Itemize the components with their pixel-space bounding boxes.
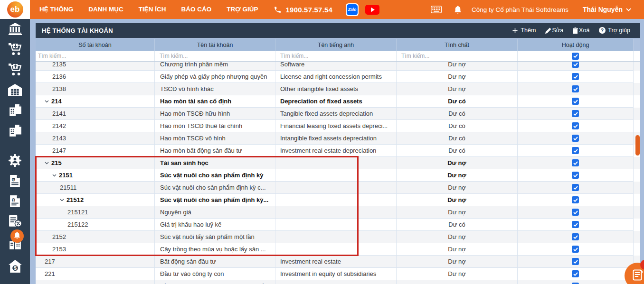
active-checkbox[interactable] xyxy=(572,98,579,105)
account-row-2147[interactable]: 2147Hao mòn bất động sản đầu tưInvestmen… xyxy=(36,145,640,157)
account-row-217[interactable]: 217Bất động sản đầu tưInvestment real es… xyxy=(36,256,640,268)
filter-active-checkbox[interactable] xyxy=(572,53,579,60)
active-checkbox[interactable] xyxy=(572,147,579,154)
account-row-215121[interactable]: 215121Nguyên giáDư nợ xyxy=(36,206,640,219)
account-row-21511[interactable]: 21511Súc vật nuôi cho sản phẩm định kỳ c… xyxy=(36,182,640,194)
hotline-number: 1900.57.57.54 xyxy=(286,6,333,14)
active-checkbox[interactable] xyxy=(572,184,579,191)
active-checkbox[interactable] xyxy=(572,85,579,92)
active-checkbox[interactable] xyxy=(572,135,579,142)
account-row-2136[interactable]: 2136Giấy phép và giấy phép nhượng quyềnL… xyxy=(36,71,640,83)
filter-input-2[interactable]: Tìm kiếm... xyxy=(275,51,397,61)
filter-input-3[interactable]: Tìm kiếm... xyxy=(397,51,518,61)
action-add-button[interactable]: Thêm xyxy=(512,27,536,34)
cell-account-number: 214 xyxy=(36,95,155,108)
action-help-button[interactable]: ?Trợ giúp xyxy=(599,27,630,34)
chevron-down-icon[interactable] xyxy=(626,8,631,11)
account-row-2141[interactable]: 2141Hao mòn TSCĐ hữu hìnhTangible fixed … xyxy=(36,108,640,120)
svg-text:$: $ xyxy=(14,265,17,270)
cell-nature-text: Dư nợ xyxy=(447,159,466,166)
app-logo[interactable]: eb xyxy=(0,0,30,19)
sidebar-item-money-document[interactable]: $ xyxy=(0,173,30,190)
active-checkbox[interactable] xyxy=(572,258,579,265)
action-edit-button[interactable]: Sửa xyxy=(545,27,563,34)
active-checkbox[interactable] xyxy=(572,221,579,228)
page-title: HỆ THỐNG TÀI KHOẢN xyxy=(36,27,113,34)
active-checkbox[interactable] xyxy=(572,196,579,203)
cell-active xyxy=(518,219,634,231)
bell-icon[interactable] xyxy=(454,5,462,14)
account-row-222[interactable]: 222Đầu tư vào công ty liên doanh, liên k… xyxy=(36,280,640,284)
account-number: 2136 xyxy=(52,73,66,80)
menu-item-2[interactable]: TIỆN ÍCH xyxy=(131,0,174,19)
chevron-expanded-icon[interactable] xyxy=(52,174,59,177)
vertical-scrollbar-thumb[interactable] xyxy=(635,135,640,156)
account-row-2143[interactable]: 2143Hao mòn TSCĐ vô hìnhIntangible fixed… xyxy=(36,132,640,145)
account-row-2138[interactable]: 2138TSCĐ vô hình khácOther intangible fi… xyxy=(36,83,640,95)
account-row-214[interactable]: 214Hao mòn tài sản cố địnhDepreciation o… xyxy=(36,95,640,108)
sidebar-item-cart-download[interactable] xyxy=(0,42,30,59)
active-checkbox[interactable] xyxy=(572,233,579,240)
sidebar-notification-bubble[interactable] xyxy=(10,229,24,243)
branch-name[interactable]: Thái Nguyễn xyxy=(583,6,623,13)
sidebar-item-gear-user[interactable] xyxy=(0,153,30,170)
account-row-2152[interactable]: 2152Súc vật nuôi lấy sản phẩm một lầnDư … xyxy=(36,231,640,243)
account-row-2153[interactable]: 2153Cây trồng theo mùa vụ hoặc lấy sản .… xyxy=(36,243,640,256)
chevron-expanded-icon[interactable] xyxy=(60,199,66,202)
account-row-215122[interactable]: 215122Giá trị khấu hao luỹ kếDư có xyxy=(36,219,640,231)
column-header-1[interactable]: Tên tài khoản xyxy=(155,39,275,51)
active-checkbox[interactable] xyxy=(572,73,579,80)
cell-english-name-text: Financial leasing fixed assets depreci..… xyxy=(280,122,388,129)
account-row-215[interactable]: 215Tài sản sinh họcDư nợ xyxy=(36,157,640,169)
menu-item-3[interactable]: BÁO CÁO xyxy=(174,0,219,19)
cell-english-name: Investment in equity of subsidiaries xyxy=(275,268,397,280)
sidebar-item-money-document2[interactable]: $ xyxy=(0,193,30,211)
menu-item-1[interactable]: DANH MỤC xyxy=(81,0,131,19)
active-checkbox[interactable] xyxy=(572,122,579,129)
cell-account-number: 21512 xyxy=(36,194,155,206)
zalo-icon[interactable]: Zalo xyxy=(346,3,359,16)
cell-active xyxy=(518,95,634,108)
cell-active xyxy=(518,157,634,169)
sidebar-item-bank[interactable] xyxy=(0,21,30,38)
sidebar-item-home-dollar[interactable]: $ xyxy=(0,258,30,275)
cell-english-name-text: License and right concession permits xyxy=(280,73,382,80)
menu-item-0[interactable]: HỆ THỐNG xyxy=(32,0,81,19)
sidebar-item-tax-percent-document[interactable] xyxy=(0,214,30,231)
column-header-2[interactable]: Tên tiếng anh xyxy=(275,39,397,51)
sidebar-item-building-document[interactable] xyxy=(0,103,30,120)
youtube-icon[interactable] xyxy=(365,5,379,15)
column-header-4[interactable]: Hoạt động xyxy=(518,39,634,51)
sidebar-item-warehouse[interactable] xyxy=(0,82,30,100)
cell-account-number: 2136 xyxy=(36,71,155,83)
account-row-2151[interactable]: 2151Súc vật nuôi cho sản phẩm định kỳDư … xyxy=(36,169,640,182)
account-row-221[interactable]: 221Đầu tư vào công ty conInvestment in e… xyxy=(36,268,640,280)
filter-input-1[interactable]: Tìm kiếm... xyxy=(155,51,275,61)
active-checkbox[interactable] xyxy=(572,159,579,166)
active-checkbox[interactable] xyxy=(572,246,579,253)
chevron-expanded-icon[interactable] xyxy=(45,100,51,103)
cell-english-name: Investment in joint ventures, associates xyxy=(275,280,397,284)
active-checkbox[interactable] xyxy=(572,62,579,68)
chevron-expanded-icon[interactable] xyxy=(45,162,51,165)
account-row-2135[interactable]: 2135Chương trình phần mềmSoftwareDư nợ xyxy=(36,62,640,71)
cell-nature-text: Dư nợ xyxy=(448,233,465,240)
hotline[interactable]: 1900.57.57.54 xyxy=(274,6,333,14)
cell-account-name-text: Súc vật nuôi cho sản phẩm định kỳ c... xyxy=(160,184,266,191)
filter-input-0[interactable]: Tìm kiếm... xyxy=(36,51,155,61)
active-checkbox[interactable] xyxy=(572,209,579,216)
cell-account-name-text: Hao mòn TSCĐ vô hình xyxy=(160,135,226,142)
active-checkbox[interactable] xyxy=(572,110,579,117)
account-row-2142[interactable]: 2142Hao mòn TSCĐ thuê tài chínhFinancial… xyxy=(36,120,640,132)
column-header-0[interactable]: Số tài khoản xyxy=(36,39,155,51)
sidebar-item-building-document2[interactable] xyxy=(0,123,30,140)
active-checkbox[interactable] xyxy=(572,172,579,179)
column-header-3[interactable]: Tính chất xyxy=(397,39,518,51)
menu-item-4[interactable]: TRỢ GIÚP xyxy=(219,0,265,19)
account-row-21512[interactable]: 21512Súc vật nuôi cho sản phẩm định kỳ..… xyxy=(36,194,640,206)
sidebar-item-cart-upload[interactable] xyxy=(0,62,30,79)
active-checkbox[interactable] xyxy=(572,270,579,277)
check-icon xyxy=(573,246,578,253)
keyboard-icon[interactable] xyxy=(431,6,442,13)
action-delete-button[interactable]: Xoá xyxy=(573,27,589,34)
